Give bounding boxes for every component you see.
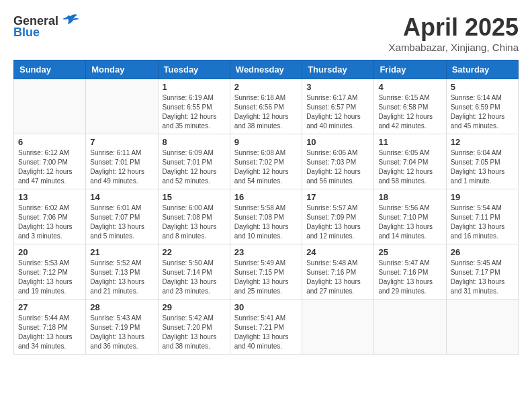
day-number: 25 xyxy=(378,247,441,257)
day-info: Sunrise: 6:04 AM Sunset: 7:05 PM Dayligh… xyxy=(451,148,514,186)
day-info: Sunrise: 5:45 AM Sunset: 7:17 PM Dayligh… xyxy=(451,259,514,296)
day-info: Sunrise: 6:11 AM Sunset: 7:01 PM Dayligh… xyxy=(90,148,153,186)
day-number: 5 xyxy=(451,82,514,92)
day-number: 22 xyxy=(163,247,226,257)
day-info: Sunrise: 5:41 AM Sunset: 7:21 PM Dayligh… xyxy=(234,314,298,351)
day-number: 29 xyxy=(163,302,226,312)
calendar-cell: 20Sunrise: 5:53 AM Sunset: 7:12 PM Dayli… xyxy=(14,244,86,300)
day-info: Sunrise: 5:49 AM Sunset: 7:15 PM Dayligh… xyxy=(234,259,298,296)
day-number: 3 xyxy=(306,82,369,92)
day-info: Sunrise: 5:44 AM Sunset: 7:18 PM Dayligh… xyxy=(18,314,81,351)
week-row-4: 20Sunrise: 5:53 AM Sunset: 7:12 PM Dayli… xyxy=(14,244,519,300)
calendar-cell: 6Sunrise: 6:12 AM Sunset: 7:00 PM Daylig… xyxy=(14,134,86,189)
calendar-cell: 26Sunrise: 5:45 AM Sunset: 7:17 PM Dayli… xyxy=(446,244,518,300)
calendar-cell: 16Sunrise: 5:58 AM Sunset: 7:08 PM Dayli… xyxy=(230,189,302,244)
logo-blue-text: Blue xyxy=(13,26,40,40)
day-number: 21 xyxy=(90,247,153,257)
day-number: 19 xyxy=(451,192,514,202)
calendar-cell: 5Sunrise: 6:14 AM Sunset: 6:59 PM Daylig… xyxy=(446,79,518,134)
calendar-cell: 12Sunrise: 6:04 AM Sunset: 7:05 PM Dayli… xyxy=(446,134,518,189)
weekday-header-sunday: Sunday xyxy=(14,60,86,79)
day-number: 24 xyxy=(306,247,369,257)
calendar-cell: 14Sunrise: 6:01 AM Sunset: 7:07 PM Dayli… xyxy=(86,189,158,244)
day-info: Sunrise: 6:12 AM Sunset: 7:00 PM Dayligh… xyxy=(18,148,81,186)
calendar-cell: 1Sunrise: 6:19 AM Sunset: 6:55 PM Daylig… xyxy=(158,79,230,134)
calendar-cell xyxy=(374,300,446,355)
day-info: Sunrise: 6:08 AM Sunset: 7:02 PM Dayligh… xyxy=(234,148,298,186)
day-info: Sunrise: 6:05 AM Sunset: 7:04 PM Dayligh… xyxy=(378,148,441,186)
day-info: Sunrise: 6:02 AM Sunset: 7:06 PM Dayligh… xyxy=(18,203,81,241)
day-info: Sunrise: 5:48 AM Sunset: 7:16 PM Dayligh… xyxy=(306,259,369,296)
weekday-header-row: SundayMondayTuesdayWednesdayThursdayFrid… xyxy=(14,60,519,79)
day-number: 12 xyxy=(451,137,514,147)
week-row-2: 6Sunrise: 6:12 AM Sunset: 7:00 PM Daylig… xyxy=(14,134,519,189)
day-number: 8 xyxy=(163,137,226,147)
weekday-header-monday: Monday xyxy=(86,60,158,79)
weekday-header-tuesday: Tuesday xyxy=(158,60,230,79)
calendar-cell: 7Sunrise: 6:11 AM Sunset: 7:01 PM Daylig… xyxy=(86,134,158,189)
weekday-header-thursday: Thursday xyxy=(302,60,374,79)
day-number: 14 xyxy=(90,192,153,202)
day-info: Sunrise: 5:53 AM Sunset: 7:12 PM Dayligh… xyxy=(18,259,81,296)
day-number: 10 xyxy=(306,137,369,147)
day-info: Sunrise: 5:58 AM Sunset: 7:08 PM Dayligh… xyxy=(234,203,298,241)
day-number: 11 xyxy=(378,137,441,147)
logo: General Blue xyxy=(13,13,80,40)
calendar-cell: 10Sunrise: 6:06 AM Sunset: 7:03 PM Dayli… xyxy=(302,134,374,189)
day-number: 20 xyxy=(18,247,81,257)
day-info: Sunrise: 6:14 AM Sunset: 6:59 PM Dayligh… xyxy=(451,93,514,131)
day-number: 6 xyxy=(18,137,81,147)
day-number: 18 xyxy=(378,192,441,202)
calendar-cell: 29Sunrise: 5:42 AM Sunset: 7:20 PM Dayli… xyxy=(158,300,230,355)
calendar-cell: 2Sunrise: 6:18 AM Sunset: 6:56 PM Daylig… xyxy=(230,79,302,134)
day-info: Sunrise: 5:50 AM Sunset: 7:14 PM Dayligh… xyxy=(163,259,226,296)
calendar-cell xyxy=(86,79,158,134)
weekday-header-friday: Friday xyxy=(374,60,446,79)
day-info: Sunrise: 6:09 AM Sunset: 7:01 PM Dayligh… xyxy=(163,148,226,186)
calendar-cell: 15Sunrise: 6:00 AM Sunset: 7:08 PM Dayli… xyxy=(158,189,230,244)
weekday-header-saturday: Saturday xyxy=(446,60,518,79)
calendar-cell: 25Sunrise: 5:47 AM Sunset: 7:16 PM Dayli… xyxy=(374,244,446,300)
calendar-cell: 11Sunrise: 6:05 AM Sunset: 7:04 PM Dayli… xyxy=(374,134,446,189)
day-info: Sunrise: 5:56 AM Sunset: 7:10 PM Dayligh… xyxy=(378,203,441,241)
day-number: 7 xyxy=(90,137,153,147)
location-title: Xambabazar, Xinjiang, China xyxy=(389,42,519,53)
day-number: 27 xyxy=(18,302,81,312)
day-info: Sunrise: 5:42 AM Sunset: 7:20 PM Dayligh… xyxy=(163,314,226,351)
logo-bird-icon xyxy=(61,13,80,28)
calendar-table: SundayMondayTuesdayWednesdayThursdayFrid… xyxy=(13,60,519,355)
calendar-cell: 8Sunrise: 6:09 AM Sunset: 7:01 PM Daylig… xyxy=(158,134,230,189)
day-info: Sunrise: 6:18 AM Sunset: 6:56 PM Dayligh… xyxy=(234,93,298,131)
day-number: 15 xyxy=(163,192,226,202)
day-info: Sunrise: 6:15 AM Sunset: 6:58 PM Dayligh… xyxy=(378,93,441,131)
calendar-cell: 9Sunrise: 6:08 AM Sunset: 7:02 PM Daylig… xyxy=(230,134,302,189)
week-row-1: 1Sunrise: 6:19 AM Sunset: 6:55 PM Daylig… xyxy=(14,79,519,134)
calendar-cell: 21Sunrise: 5:52 AM Sunset: 7:13 PM Dayli… xyxy=(86,244,158,300)
calendar-cell: 27Sunrise: 5:44 AM Sunset: 7:18 PM Dayli… xyxy=(14,300,86,355)
day-number: 23 xyxy=(234,247,298,257)
day-info: Sunrise: 5:47 AM Sunset: 7:16 PM Dayligh… xyxy=(378,259,441,296)
calendar-cell xyxy=(14,79,86,134)
day-info: Sunrise: 5:43 AM Sunset: 7:19 PM Dayligh… xyxy=(90,314,153,351)
calendar-cell xyxy=(302,300,374,355)
month-title: April 2025 xyxy=(389,13,519,42)
day-info: Sunrise: 6:06 AM Sunset: 7:03 PM Dayligh… xyxy=(306,148,369,186)
day-number: 2 xyxy=(234,82,298,92)
calendar-cell xyxy=(446,300,518,355)
week-row-3: 13Sunrise: 6:02 AM Sunset: 7:06 PM Dayli… xyxy=(14,189,519,244)
calendar-cell: 18Sunrise: 5:56 AM Sunset: 7:10 PM Dayli… xyxy=(374,189,446,244)
calendar-cell: 19Sunrise: 5:54 AM Sunset: 7:11 PM Dayli… xyxy=(446,189,518,244)
calendar-cell: 22Sunrise: 5:50 AM Sunset: 7:14 PM Dayli… xyxy=(158,244,230,300)
day-number: 26 xyxy=(451,247,514,257)
day-number: 30 xyxy=(234,302,298,312)
calendar-cell: 3Sunrise: 6:17 AM Sunset: 6:57 PM Daylig… xyxy=(302,79,374,134)
day-info: Sunrise: 5:57 AM Sunset: 7:09 PM Dayligh… xyxy=(306,203,369,241)
weekday-header-wednesday: Wednesday xyxy=(230,60,302,79)
calendar-cell: 17Sunrise: 5:57 AM Sunset: 7:09 PM Dayli… xyxy=(302,189,374,244)
day-info: Sunrise: 5:54 AM Sunset: 7:11 PM Dayligh… xyxy=(451,203,514,241)
day-info: Sunrise: 6:01 AM Sunset: 7:07 PM Dayligh… xyxy=(90,203,153,241)
calendar-cell: 28Sunrise: 5:43 AM Sunset: 7:19 PM Dayli… xyxy=(86,300,158,355)
day-info: Sunrise: 6:00 AM Sunset: 7:08 PM Dayligh… xyxy=(163,203,226,241)
calendar-cell: 4Sunrise: 6:15 AM Sunset: 6:58 PM Daylig… xyxy=(374,79,446,134)
calendar-cell: 23Sunrise: 5:49 AM Sunset: 7:15 PM Dayli… xyxy=(230,244,302,300)
